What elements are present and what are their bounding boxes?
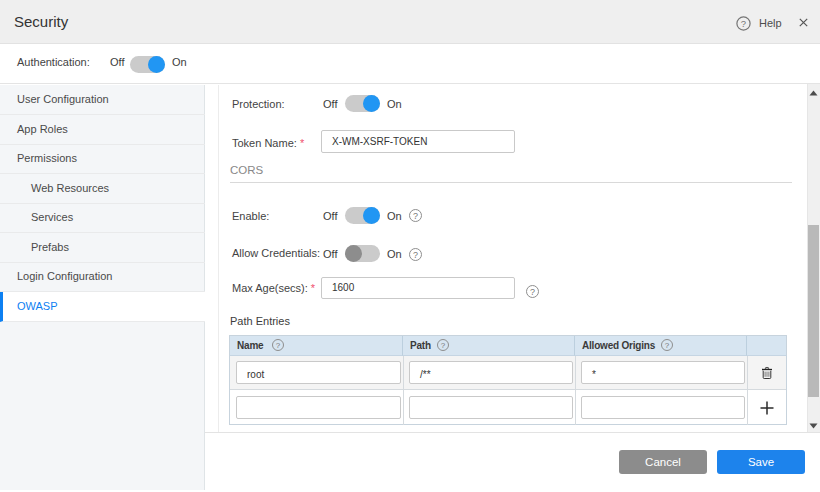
svg-text:?: ? (741, 18, 746, 29)
